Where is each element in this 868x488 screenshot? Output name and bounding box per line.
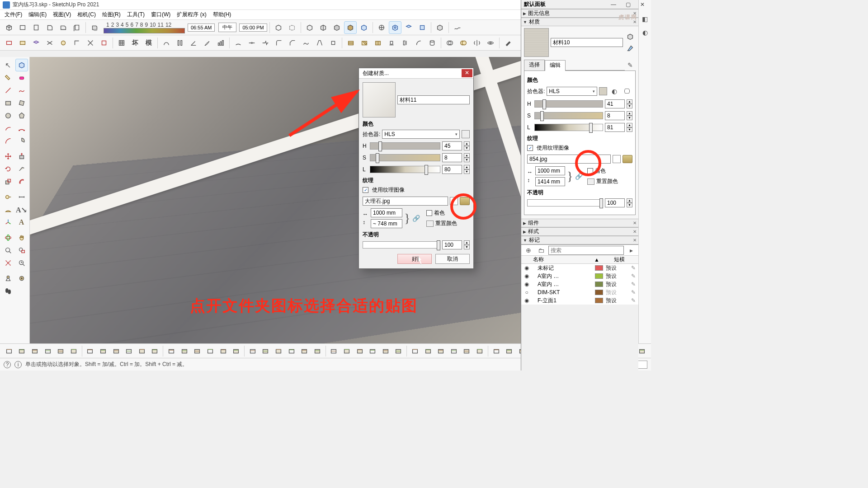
bottom-tool-24[interactable] xyxy=(328,345,340,357)
arc2pt-tool-icon[interactable] xyxy=(15,122,28,135)
tag-row[interactable]: ○ DIM-SKT 预设 ✎ xyxy=(521,288,638,296)
pan-tool-icon[interactable] xyxy=(15,231,28,244)
opacity-value[interactable]: 100 xyxy=(442,240,462,249)
bottom-tool-3[interactable] xyxy=(42,345,54,357)
menu-camera[interactable]: 相机(C) xyxy=(75,10,99,19)
bottom-tool-5[interactable] xyxy=(67,345,80,357)
maximize-button[interactable]: ▢ xyxy=(621,1,635,9)
paint-tool-icon[interactable] xyxy=(2,71,14,84)
freehand-tool-icon[interactable] xyxy=(15,84,28,97)
style-xray-icon[interactable] xyxy=(358,21,370,34)
menu-edit[interactable]: 编辑(E) xyxy=(26,10,49,19)
section-plane-icon[interactable] xyxy=(375,21,388,34)
line-break-icon[interactable] xyxy=(259,37,272,49)
opacity-spinner[interactable]: ▲▼ xyxy=(464,240,470,249)
bottom-tool-28[interactable] xyxy=(379,345,392,357)
line-tool-icon[interactable] xyxy=(2,84,14,97)
section-fill-icon[interactable] xyxy=(416,21,429,34)
bottom-tool-34[interactable] xyxy=(461,345,473,357)
rotrect-tool-icon[interactable] xyxy=(15,97,28,109)
right-view-icon[interactable] xyxy=(43,21,56,34)
bottom-tool-23[interactable] xyxy=(311,345,324,357)
shadow-date-slider[interactable] xyxy=(104,28,185,33)
tag-visibility-icon[interactable]: ○ xyxy=(523,289,530,296)
mat-picker-select[interactable]: HLS▾ xyxy=(547,87,597,96)
tag-row[interactable]: ◉ A室内 … 预设 ✎ xyxy=(521,280,638,288)
plugin-7-icon[interactable] xyxy=(84,37,97,49)
lasso-tool-icon[interactable] xyxy=(15,59,28,71)
walk-tool-icon[interactable] xyxy=(2,285,14,297)
opacity-slider[interactable] xyxy=(363,241,440,249)
add-tag-icon[interactable]: ⊕ xyxy=(523,245,534,256)
mat-width-input[interactable]: 1000 mm xyxy=(535,166,565,175)
back-view-icon[interactable] xyxy=(57,21,70,34)
section-cut-icon[interactable] xyxy=(402,21,415,34)
dialog-close-button[interactable]: ✕ xyxy=(462,69,472,77)
position-camera-icon[interactable] xyxy=(2,272,14,285)
fillet-icon[interactable] xyxy=(273,37,285,49)
extrude-icon[interactable] xyxy=(327,37,340,49)
strip-icon-2[interactable]: ◐ xyxy=(640,27,651,38)
style-texture-icon[interactable] xyxy=(344,21,357,34)
bottom-tool-29[interactable] xyxy=(392,345,405,357)
section-display-icon[interactable] xyxy=(389,21,401,34)
tag-row[interactable]: ◉ F-立面1 预设 ✎ xyxy=(521,296,638,305)
picker-extra-swatch[interactable] xyxy=(462,130,470,138)
ok-button[interactable]: 好 xyxy=(397,254,432,264)
menu-extensions[interactable]: 扩展程序 (x) xyxy=(174,10,209,19)
aspect-lock-icon[interactable]: 🔗 xyxy=(412,215,420,222)
bottom-tool-22[interactable] xyxy=(298,345,311,357)
bottom-tool-18[interactable] xyxy=(246,345,259,357)
cancel-button[interactable]: 取消 xyxy=(435,254,470,264)
bottom-tool-4[interactable] xyxy=(54,345,67,357)
mat-sat-slider[interactable] xyxy=(534,112,603,119)
mat-height-input[interactable]: 1414 mm xyxy=(535,177,565,186)
eraser-tool-icon[interactable] xyxy=(15,71,28,84)
bottom-tool-0[interactable] xyxy=(3,345,15,357)
shadow-time-pm[interactable]: 05:00 PM xyxy=(239,23,267,32)
bottom-tool-19[interactable] xyxy=(259,345,272,357)
tab-select[interactable]: 选择 xyxy=(524,60,545,70)
move-tool-icon[interactable] xyxy=(2,150,14,163)
mat-screen-picker-icon[interactable]: 🖵 xyxy=(622,86,632,97)
arc-tool-icon[interactable] xyxy=(232,37,245,49)
plugin-8-icon[interactable] xyxy=(98,37,110,49)
tag-color-swatch[interactable] xyxy=(595,290,603,295)
menu-window[interactable]: 窗口(W) xyxy=(148,10,173,19)
hatch1-icon[interactable] xyxy=(344,37,357,49)
scale-tool-icon[interactable] xyxy=(2,175,14,188)
lgt-slider[interactable] xyxy=(370,166,440,173)
menu-draw[interactable]: 绘图(R) xyxy=(99,10,123,19)
plugin-6-icon[interactable] xyxy=(71,37,83,49)
dims-icon[interactable] xyxy=(174,37,186,49)
mat-hue-value[interactable]: 41 xyxy=(605,99,625,108)
pushpull-tool-icon[interactable] xyxy=(15,150,28,163)
hatch3-icon[interactable] xyxy=(372,37,384,49)
left-view-icon[interactable] xyxy=(71,21,83,34)
dimension-tool-icon[interactable] xyxy=(15,191,28,203)
tag-visibility-icon[interactable]: ◉ xyxy=(523,273,530,279)
tag-edit-icon[interactable]: ✎ xyxy=(631,289,637,296)
offset-tool-icon[interactable] xyxy=(15,175,28,188)
bottom-tool-32[interactable] xyxy=(434,345,447,357)
mat-browse-texture-button[interactable] xyxy=(623,155,632,163)
tag-edit-icon[interactable]: ✎ xyxy=(631,281,637,287)
mat-sat-value[interactable]: 8 xyxy=(605,111,625,120)
line-split-icon[interactable] xyxy=(245,37,258,49)
tag-edit-icon[interactable]: ✎ xyxy=(631,297,637,304)
tag-search-input[interactable] xyxy=(548,246,624,255)
rotate-tool-icon[interactable] xyxy=(2,163,14,175)
material-name-input[interactable] xyxy=(397,95,470,104)
axes-tool-icon[interactable] xyxy=(2,216,14,229)
orbit-tool-icon[interactable] xyxy=(2,231,14,244)
bottom-tool-14[interactable] xyxy=(191,345,204,357)
tag-row[interactable]: ◉ 未标记 预设 ✎ xyxy=(521,264,638,272)
eyedropper-icon[interactable]: ✎ xyxy=(625,60,636,70)
bottom-tool-1[interactable] xyxy=(16,345,28,357)
bottom-tool-20[interactable] xyxy=(272,345,285,357)
hue-value[interactable]: 45 xyxy=(442,141,462,150)
reset-color-swatch[interactable] xyxy=(426,221,434,227)
help-icon[interactable]: ? xyxy=(4,361,11,368)
protractor-tool-icon[interactable] xyxy=(2,203,14,216)
bottom-tool-9[interactable] xyxy=(123,345,135,357)
